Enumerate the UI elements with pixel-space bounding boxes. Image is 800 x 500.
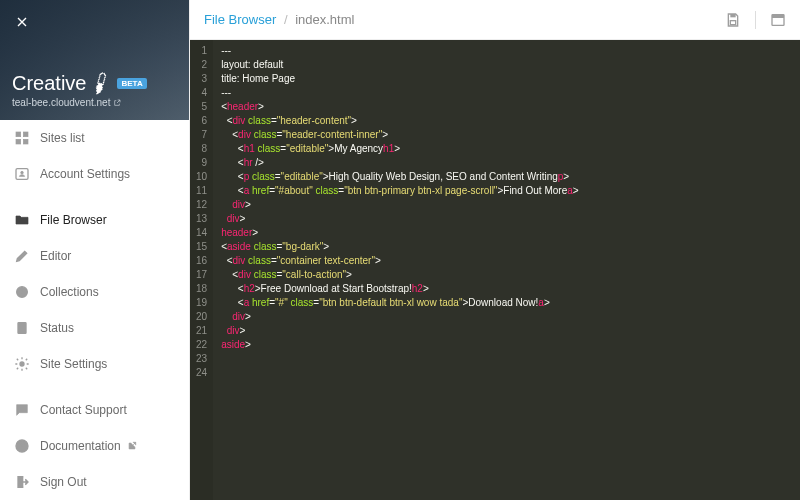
nav-status[interactable]: Status [0, 310, 189, 346]
svg-point-9 [20, 362, 24, 366]
svg-point-5 [21, 171, 24, 174]
nav-separator [0, 382, 189, 392]
svg-point-7 [21, 291, 24, 294]
site-hero: Creative 🖌 BETA teal-bee.cloudvent.net [0, 0, 189, 120]
svg-rect-14 [772, 14, 784, 17]
nav-label: Collections [40, 285, 99, 299]
site-title-area: Creative 🖌 BETA teal-bee.cloudvent.net [12, 72, 147, 108]
site-title-text: Creative [12, 72, 86, 95]
breadcrumb-root[interactable]: File Browser [204, 12, 276, 27]
nav-label: Status [40, 321, 74, 335]
chat-icon [14, 402, 30, 418]
sign-out-icon [14, 474, 30, 490]
nav-account-settings[interactable]: Account Settings [0, 156, 189, 192]
nav-documentation[interactable]: Documentation [0, 428, 189, 464]
svg-rect-2 [16, 139, 21, 144]
topbar: File Browser / index.html [190, 0, 800, 40]
svg-rect-12 [730, 20, 735, 24]
nav-contact-support[interactable]: Contact Support [0, 392, 189, 428]
nav-label: Account Settings [40, 167, 130, 181]
svg-rect-3 [23, 139, 28, 144]
nav-sites-list[interactable]: Sites list [0, 120, 189, 156]
clipboard-icon [14, 320, 30, 336]
svg-rect-1 [23, 132, 28, 137]
breadcrumb-separator: / [284, 12, 288, 27]
disc-icon [14, 284, 30, 300]
nav-label: Contact Support [40, 403, 127, 417]
beta-badge: BETA [117, 78, 146, 89]
code-area[interactable]: ---layout: defaulttitle: Home Page---<he… [213, 40, 586, 500]
gear-icon [14, 356, 30, 372]
grid-icon [14, 130, 30, 146]
nav-label: File Browser [40, 213, 107, 227]
nav-label: Editor [40, 249, 71, 263]
svg-rect-11 [730, 14, 735, 17]
site-domain-text: teal-bee.cloudvent.net [12, 97, 110, 108]
external-link-icon [127, 441, 137, 451]
pencil-icon: 🖌 [86, 69, 115, 99]
person-icon [14, 166, 30, 182]
line-gutter: 123456789101112131415161718192021222324 [190, 40, 213, 500]
sidebar: Creative 🖌 BETA teal-bee.cloudvent.net S… [0, 0, 190, 500]
site-title: Creative 🖌 BETA [12, 72, 147, 95]
nav-sign-out[interactable]: Sign Out [0, 464, 189, 500]
nav-label: Sites list [40, 131, 85, 145]
close-button[interactable] [8, 8, 36, 36]
nav-collections[interactable]: Collections [0, 274, 189, 310]
folder-icon [14, 212, 30, 228]
nav-label: Sign Out [40, 475, 87, 489]
breadcrumb: File Browser / index.html [204, 12, 354, 27]
nav-file-browser[interactable]: File Browser [0, 202, 189, 238]
nav-label: Site Settings [40, 357, 107, 371]
svg-rect-0 [16, 132, 21, 137]
close-icon [14, 14, 30, 30]
breadcrumb-current: index.html [295, 12, 354, 27]
save-icon[interactable] [725, 12, 741, 28]
action-divider [755, 11, 756, 29]
nav-editor[interactable]: Editor [0, 238, 189, 274]
nav-separator [0, 192, 189, 202]
nav: Sites list Account Settings File Browser… [0, 120, 189, 500]
pencil-icon [14, 248, 30, 264]
help-icon [14, 438, 30, 454]
external-link-icon [113, 99, 121, 107]
window-icon[interactable] [770, 12, 786, 28]
code-editor[interactable]: 123456789101112131415161718192021222324 … [190, 40, 800, 500]
nav-label: Documentation [40, 439, 121, 453]
main: File Browser / index.html 12345678910111… [190, 0, 800, 500]
top-actions [725, 11, 786, 29]
site-domain-link[interactable]: teal-bee.cloudvent.net [12, 97, 147, 108]
nav-site-settings[interactable]: Site Settings [0, 346, 189, 382]
